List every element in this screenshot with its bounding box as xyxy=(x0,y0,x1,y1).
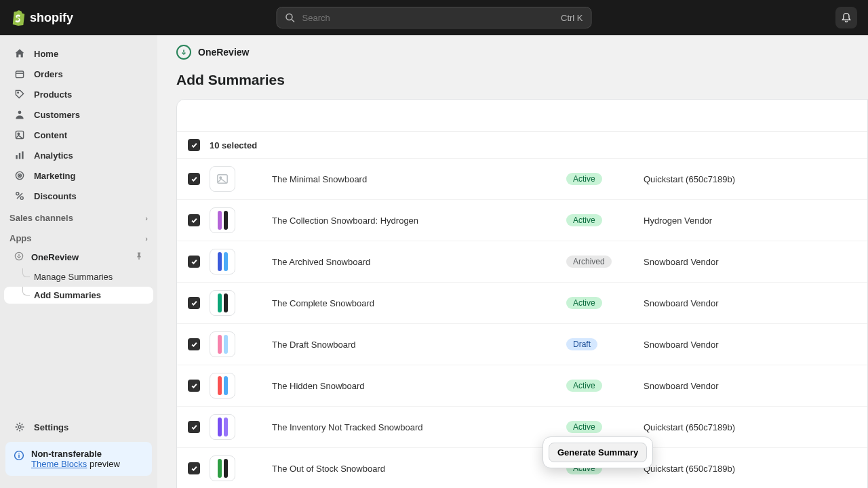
app-sub-label: Manage Summaries xyxy=(34,272,113,282)
table-row[interactable]: The Inventory Not Tracked SnowboardActiv… xyxy=(177,407,867,448)
vendor-name: Quickstart (650c7189b) xyxy=(644,464,856,474)
row-checkbox[interactable] xyxy=(188,421,200,433)
content-icon xyxy=(14,129,26,141)
product-thumbnail xyxy=(210,249,235,274)
row-checkbox[interactable] xyxy=(188,297,200,309)
search-input[interactable]: Ctrl K xyxy=(277,7,592,28)
chevron-right-icon: › xyxy=(145,235,148,243)
svg-rect-7 xyxy=(19,153,20,159)
pin-icon[interactable] xyxy=(134,251,144,263)
product-name: The Complete Snowboard xyxy=(245,298,557,308)
status-cell: Active xyxy=(566,421,634,433)
nav-analytics[interactable]: Analytics xyxy=(4,146,153,165)
product-name: The Minimal Snowboard xyxy=(245,174,557,184)
shopify-icon xyxy=(11,9,26,26)
svg-rect-15 xyxy=(138,257,139,260)
select-all-checkbox[interactable] xyxy=(188,139,200,151)
nav-home[interactable]: Home xyxy=(4,44,153,63)
status-badge: Archived xyxy=(566,256,612,268)
table-row[interactable]: The Archived SnowboardArchivedSnowboard … xyxy=(177,241,867,283)
status-badge: Active xyxy=(566,173,602,185)
table-row[interactable]: The Minimal SnowboardActiveQuickstart (6… xyxy=(177,159,867,200)
section-label: Apps xyxy=(9,233,32,243)
vendor-name: Snowboard Vendor xyxy=(644,298,856,308)
product-thumbnail xyxy=(210,166,235,192)
section-label: Sales channels xyxy=(9,213,73,223)
table-row[interactable]: The Draft SnowboardDraftSnowboard Vendor xyxy=(177,324,867,365)
sales-channels-section[interactable]: Sales channels› xyxy=(0,206,157,226)
sidebar: Home Orders Products Customers Content A… xyxy=(0,35,157,488)
app-sub-add[interactable]: Add Summaries xyxy=(4,287,153,304)
product-thumbnail xyxy=(210,455,235,481)
search-field[interactable] xyxy=(302,13,555,23)
table-row[interactable]: The Out of Stock SnowboardActiveQuicksta… xyxy=(177,448,867,488)
status-badge: Active xyxy=(566,421,602,433)
table-row[interactable]: The Collection Snowboard: HydrogenActive… xyxy=(177,200,867,241)
status-cell: Draft xyxy=(566,338,634,350)
row-checkbox[interactable] xyxy=(188,256,200,268)
status-cell: Active xyxy=(566,380,634,392)
svg-point-11 xyxy=(19,175,20,176)
banner-title: Non-transferable xyxy=(31,449,102,459)
svg-point-13 xyxy=(20,197,23,199)
apps-section[interactable]: Apps› xyxy=(0,226,157,247)
table-row[interactable]: The Hidden SnowboardActiveSnowboard Vend… xyxy=(177,365,867,407)
product-name: The Inventory Not Tracked Snowboard xyxy=(245,422,557,432)
svg-point-16 xyxy=(18,426,21,428)
nav-settings[interactable]: Settings xyxy=(4,418,153,436)
status-badge: Active xyxy=(566,214,602,226)
row-checkbox[interactable] xyxy=(188,214,200,226)
product-thumbnail xyxy=(210,290,235,316)
vendor-name: Quickstart (650c7189b) xyxy=(644,174,856,184)
app-sub-manage[interactable]: Manage Summaries xyxy=(4,268,153,285)
app-name: OneReview xyxy=(198,47,249,58)
nav-discounts[interactable]: Discounts xyxy=(4,186,153,205)
row-checkbox[interactable] xyxy=(188,462,200,474)
home-icon xyxy=(14,47,26,60)
select-all-row: 10 selected xyxy=(177,132,867,159)
table-row[interactable]: The Complete SnowboardActiveSnowboard Ve… xyxy=(177,283,867,324)
settings-icon xyxy=(14,421,26,433)
product-name: The Archived Snowboard xyxy=(245,257,557,267)
row-checkbox[interactable] xyxy=(188,173,200,185)
nav-orders[interactable]: Orders xyxy=(4,64,153,83)
nav-marketing[interactable]: Marketing xyxy=(4,166,153,185)
generate-summary-button[interactable]: Generate Summary xyxy=(549,443,647,462)
row-checkbox[interactable] xyxy=(188,338,200,350)
nav-label: Products xyxy=(34,89,72,100)
nav-label: Orders xyxy=(34,69,63,79)
orders-icon xyxy=(14,68,26,80)
status-cell: Active xyxy=(566,214,634,226)
nav-label: Home xyxy=(34,49,58,59)
app-sub-label: Add Summaries xyxy=(34,290,101,300)
status-cell: Archived xyxy=(566,256,634,268)
customers-icon xyxy=(14,108,26,121)
product-name: The Hidden Snowboard xyxy=(245,381,557,391)
svg-point-0 xyxy=(286,14,292,20)
selected-count: 10 selected xyxy=(210,140,257,150)
svg-rect-1 xyxy=(16,71,23,78)
notifications-button[interactable] xyxy=(835,7,857,28)
nav-label: Content xyxy=(34,130,67,140)
nav-content[interactable]: Content xyxy=(4,125,153,144)
product-thumbnail xyxy=(210,207,235,233)
nav-products[interactable]: Products xyxy=(4,85,153,104)
svg-point-3 xyxy=(18,110,22,114)
nav-label: Discounts xyxy=(34,191,77,201)
banner-link[interactable]: Theme Blocks xyxy=(31,459,87,469)
app-badge-icon xyxy=(176,45,191,60)
app-icon xyxy=(14,251,24,264)
nav-customers[interactable]: Customers xyxy=(4,105,153,124)
row-checkbox[interactable] xyxy=(188,380,200,392)
brand-logo[interactable]: shopify xyxy=(11,9,73,26)
products-icon xyxy=(14,88,26,100)
vendor-name: Snowboard Vendor xyxy=(644,340,856,350)
product-name: The Draft Snowboard xyxy=(245,340,557,350)
vendor-name: Quickstart (650c7189b) xyxy=(644,422,856,432)
app-onereview[interactable]: OneReview xyxy=(4,247,153,267)
product-name: The Collection Snowboard: Hydrogen xyxy=(245,216,557,226)
page-title: Add Summaries xyxy=(157,60,868,99)
svg-rect-6 xyxy=(16,155,17,159)
svg-rect-8 xyxy=(22,151,23,159)
floating-action-bar: Generate Summary xyxy=(542,436,653,468)
